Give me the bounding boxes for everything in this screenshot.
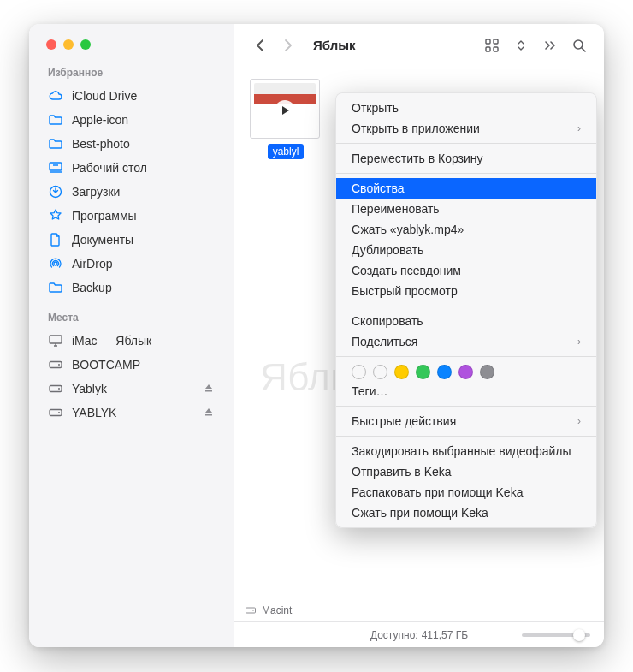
- sidebar-item-airdrop[interactable]: AirDrop: [29, 252, 234, 276]
- svg-rect-0: [50, 163, 62, 170]
- forward-button[interactable]: [279, 36, 298, 55]
- available-label: Доступно:: [370, 629, 418, 641]
- tag-color[interactable]: [394, 365, 409, 379]
- menu-quicklook[interactable]: Быстрый просмотр: [336, 281, 596, 301]
- disk-icon: [48, 357, 63, 372]
- menu-open-with[interactable]: Открыть в приложении›: [336, 118, 596, 139]
- sidebar-item-apple-icon[interactable]: Apple-icon: [29, 108, 234, 132]
- tag-color[interactable]: [480, 365, 494, 379]
- tag-color[interactable]: [352, 365, 366, 379]
- eject-icon[interactable]: [204, 407, 216, 419]
- sidebar-item-backup[interactable]: Backup: [29, 276, 234, 300]
- menu-copy[interactable]: Скопировать: [336, 311, 596, 331]
- menu-rename[interactable]: Переименовать: [336, 199, 596, 219]
- tag-color[interactable]: [416, 365, 430, 379]
- documents-icon: [48, 232, 63, 247]
- sidebar-item-yablyk[interactable]: YABLYK: [29, 401, 234, 425]
- menu-tags[interactable]: Теги…: [336, 381, 596, 401]
- menu-separator: [336, 406, 596, 407]
- menu-share[interactable]: Поделиться›: [336, 331, 596, 352]
- places-header: Места: [29, 312, 234, 329]
- file-item[interactable]: yablyl: [250, 79, 322, 163]
- sidebar-item-label: Документы: [72, 233, 133, 247]
- zoom-window-button[interactable]: [80, 39, 91, 50]
- path-root[interactable]: Macint: [262, 604, 292, 616]
- menu-send-keka[interactable]: Отправить в Keka: [336, 461, 596, 482]
- tag-color[interactable]: [437, 365, 452, 379]
- sidebar-item-label: Apple-icon: [72, 113, 128, 127]
- file-thumbnail[interactable]: [250, 79, 320, 139]
- menu-compress[interactable]: Сжать «yablyk.mp4»: [336, 219, 596, 240]
- menu-quick-actions[interactable]: Быстрые действия›: [336, 411, 596, 431]
- sidebar-item-label: Best-photo: [72, 137, 130, 151]
- play-icon: [275, 100, 295, 121]
- sidebar: Избранное iCloud DriveApple-iconBest-pho…: [29, 24, 234, 647]
- menu-tags-row: [336, 361, 596, 381]
- sidebar-item-label: Backup: [72, 281, 112, 294]
- back-button[interactable]: [250, 36, 269, 55]
- sidebar-item--[interactable]: Документы: [29, 228, 234, 252]
- menu-duplicate[interactable]: Дублировать: [336, 240, 596, 260]
- path-bar[interactable]: Macint: [234, 598, 604, 621]
- context-menu: Открыть Открыть в приложении› Переместит…: [335, 92, 597, 528]
- downloads-icon: [48, 184, 63, 199]
- svg-point-7: [58, 388, 60, 390]
- chevron-right-icon: ›: [577, 122, 581, 134]
- minimize-window-button[interactable]: [63, 39, 74, 50]
- chevron-right-icon: ›: [577, 336, 581, 348]
- more-toolbar-icon[interactable]: [541, 36, 559, 55]
- window-title: Яблык: [313, 38, 356, 52]
- menu-separator: [336, 173, 596, 174]
- svg-rect-10: [486, 39, 490, 44]
- view-options-icon[interactable]: [512, 36, 530, 55]
- traffic-lights: [29, 39, 234, 67]
- menu-encode[interactable]: Закодировать выбранные видеофайлы: [336, 441, 596, 461]
- sidebar-item--[interactable]: Рабочий стол: [29, 156, 234, 180]
- folder-icon: [48, 280, 63, 295]
- view-icon-grid[interactable]: [482, 36, 501, 55]
- menu-get-info[interactable]: Свойства: [336, 178, 596, 199]
- svg-point-16: [252, 610, 254, 611]
- menu-alias[interactable]: Создать псевдоним: [336, 260, 596, 281]
- file-name-label[interactable]: yablyl: [268, 144, 305, 159]
- sidebar-item--[interactable]: Программы: [29, 204, 234, 228]
- sidebar-item-imac-[interactable]: iMac — Яблык: [29, 329, 234, 353]
- sidebar-item-yablyk[interactable]: Yablyk: [29, 377, 234, 401]
- chevron-right-icon: ›: [577, 415, 581, 427]
- folder-icon: [48, 136, 63, 152]
- svg-point-9: [58, 412, 60, 413]
- sidebar-item-icloud-drive[interactable]: iCloud Drive: [29, 84, 234, 108]
- icon-size-slider[interactable]: [522, 633, 590, 637]
- sidebar-item--[interactable]: Загрузки: [29, 180, 234, 204]
- eject-icon[interactable]: [204, 383, 216, 395]
- menu-trash[interactable]: Переместить в Корзину: [336, 148, 596, 169]
- airdrop-icon: [48, 256, 63, 271]
- file-area[interactable]: yablyl Яблык Открыть Открыть в приложени…: [234, 67, 604, 598]
- finder-window: Избранное iCloud DriveApple-iconBest-pho…: [29, 24, 604, 647]
- cloud-icon: [48, 88, 63, 104]
- sidebar-item-label: iCloud Drive: [72, 89, 137, 103]
- toolbar: Яблык: [234, 24, 604, 67]
- menu-compress-keka[interactable]: Сжать при помощи Keka: [336, 503, 596, 523]
- menu-separator: [336, 143, 596, 144]
- folder-icon: [48, 112, 63, 128]
- favorites-header: Избранное: [29, 67, 234, 84]
- available-value: 411,57 ГБ: [422, 629, 468, 641]
- close-window-button[interactable]: [46, 39, 56, 50]
- search-icon[interactable]: [570, 36, 589, 55]
- main-area: Яблык yablyl Яблык: [234, 24, 604, 647]
- tag-color[interactable]: [458, 365, 473, 379]
- sidebar-item-bootcamp[interactable]: BOOTCAMP: [29, 353, 234, 377]
- sidebar-item-label: iMac — Яблык: [72, 334, 151, 348]
- tag-color[interactable]: [373, 365, 387, 379]
- menu-open[interactable]: Открыть: [336, 98, 596, 118]
- sidebar-item-label: Yablyk: [72, 382, 107, 395]
- menu-separator: [336, 356, 596, 357]
- menu-unpack-keka[interactable]: Распаковать при помощи Keka: [336, 482, 596, 503]
- sidebar-item-best-photo[interactable]: Best-photo: [29, 132, 234, 156]
- svg-point-2: [54, 262, 57, 265]
- sidebar-item-label: Загрузки: [72, 185, 120, 199]
- imac-icon: [48, 333, 63, 348]
- svg-rect-12: [486, 47, 490, 51]
- svg-rect-11: [494, 39, 498, 44]
